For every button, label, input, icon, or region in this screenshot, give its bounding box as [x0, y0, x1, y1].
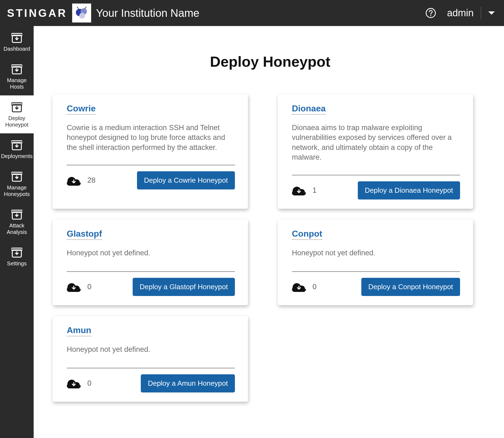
user-name: admin	[447, 7, 474, 19]
sidebar-item-label: Attack Analysis	[7, 222, 27, 235]
attack-analysis-icon	[11, 209, 22, 220]
deploy-glastopf-button[interactable]: Deploy a Glastopf Honeypot	[133, 278, 235, 296]
institution-logo	[72, 4, 91, 22]
sidebar-item-label: Dashboard	[4, 46, 30, 52]
main-content: Deploy Honeypot Cowrie Cowrie is a mediu…	[34, 26, 504, 438]
cloud-download-icon	[292, 185, 306, 196]
sidebar-item-label: Deploy Honeypot	[5, 115, 28, 128]
sidebar-item-label: Manage Honeypots	[4, 184, 30, 197]
honeypot-card-conpot: Conpot Honeypot not yet defined. 0 Deplo…	[278, 220, 473, 305]
deployment-count: 0	[87, 379, 91, 388]
user-menu[interactable]: admin	[447, 7, 496, 19]
honeypot-card-title[interactable]: Glastopf	[67, 229, 102, 240]
honeypot-card-glastopf: Glastopf Honeypot not yet defined. 0 Dep…	[53, 220, 248, 305]
sidebar-item-settings[interactable]: Settings	[0, 241, 34, 272]
honeypot-card-title[interactable]: Amun	[67, 325, 91, 336]
honeypot-card-description: Dionaea aims to trap malware exploiting …	[292, 123, 460, 162]
settings-icon	[11, 247, 22, 258]
help-icon[interactable]	[425, 8, 436, 18]
deploy-conpot-button[interactable]: Deploy a Conpot Honeypot	[361, 278, 460, 296]
manage-hosts-icon	[11, 64, 22, 75]
sidebar-item-dashboard[interactable]: Dashboard	[0, 26, 34, 57]
sidebar-item-manage-hosts[interactable]: Manage Hosts	[0, 57, 34, 95]
cloud-download-icon	[67, 378, 81, 389]
honeypot-card-title[interactable]: Dionaea	[292, 104, 326, 115]
institution-name: Your Institution Name	[96, 7, 199, 19]
honeypot-card-dionaea: Dionaea Dionaea aims to trap malware exp…	[278, 94, 473, 209]
deploy-cowrie-button[interactable]: Deploy a Cowrie Honeypot	[137, 171, 235, 189]
cloud-download-icon	[67, 175, 81, 186]
page-title: Deploy Honeypot	[53, 53, 488, 70]
deployment-count: 0	[312, 283, 317, 291]
cloud-download-icon	[67, 281, 81, 292]
cloud-download-icon	[292, 281, 306, 292]
divider	[292, 271, 460, 272]
divider	[292, 175, 460, 175]
divider	[67, 165, 235, 165]
topbar: STINGAR Your Institution Name admin	[0, 0, 504, 26]
honeypot-card-amun: Amun Honeypot not yet defined. 0 Deploy …	[53, 316, 248, 402]
svg-point-6	[430, 15, 431, 16]
deploy-honeypot-icon	[11, 102, 22, 113]
svg-point-4	[79, 13, 85, 18]
deployment-count: 1	[312, 186, 317, 195]
dashboard-icon	[11, 33, 22, 43]
divider	[67, 368, 235, 368]
sidebar-item-label: Manage Hosts	[7, 77, 27, 90]
sidebar-item-deployments[interactable]: Deployments	[0, 133, 34, 165]
sidebar: Dashboard Manage Hosts Deploy Honeypot D…	[0, 26, 34, 438]
manage-honeypots-icon	[11, 171, 22, 182]
sidebar-item-label: Settings	[7, 260, 27, 267]
honeypot-card-title[interactable]: Conpot	[292, 229, 322, 240]
deployment-count: 0	[87, 283, 91, 291]
deploy-amun-button[interactable]: Deploy a Amun Honeypot	[141, 374, 235, 392]
sidebar-item-manage-honeypots[interactable]: Manage Honeypots	[0, 165, 34, 203]
divider	[67, 271, 235, 272]
divider	[481, 7, 481, 19]
honeypot-card-description: Cowrie is a medium interaction SSH and T…	[67, 123, 235, 152]
deployment-count: 28	[87, 176, 95, 185]
honeypot-card-description: Honeypot not yet defined.	[67, 248, 235, 259]
sidebar-item-attack-analysis[interactable]: Attack Analysis	[0, 203, 34, 241]
deploy-dionaea-button[interactable]: Deploy a Dionaea Honeypot	[358, 181, 460, 199]
deployments-icon	[11, 140, 22, 151]
sidebar-item-label: Deployments	[1, 153, 33, 159]
honeypot-cards-grid: Cowrie Cowrie is a medium interaction SS…	[53, 94, 488, 402]
sidebar-item-deploy-honeypot[interactable]: Deploy Honeypot	[0, 95, 34, 133]
honeypot-card-title[interactable]: Cowrie	[67, 104, 96, 115]
honeypot-card-cowrie: Cowrie Cowrie is a medium interaction SS…	[53, 94, 248, 209]
honeypot-card-description: Honeypot not yet defined.	[292, 248, 460, 259]
honeypot-card-description: Honeypot not yet defined.	[67, 344, 235, 355]
chevron-down-icon	[488, 11, 495, 15]
brand-logo: STINGAR	[7, 8, 67, 18]
